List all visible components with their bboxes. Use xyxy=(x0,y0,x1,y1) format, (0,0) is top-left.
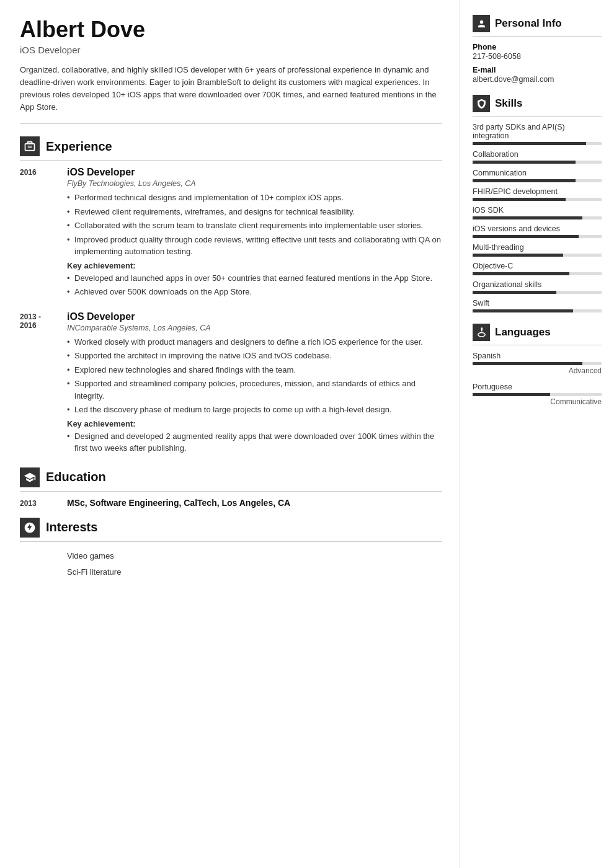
language-bar-bg xyxy=(473,362,602,365)
education-section: Education 2013MSc, Software Engineering,… xyxy=(20,467,442,508)
education-header: Education xyxy=(20,467,442,492)
language-level: Communicative xyxy=(473,397,602,406)
skill-bar-bg xyxy=(473,254,602,257)
exp-bullet: Reviewed client requirements, wireframes… xyxy=(67,206,442,218)
languages-items-container: SpanishAdvancedPortugueseCommunicative xyxy=(473,352,602,406)
exp-content: iOS DeveloperINComparable Systems, Los A… xyxy=(67,311,442,456)
key-achievement-label: Key achievement: xyxy=(67,419,442,428)
interests-header: Interests xyxy=(20,518,442,542)
exp-bullet: Performed technical designs and implemen… xyxy=(67,192,442,204)
exp-bullet: Supported the architect in improving the… xyxy=(67,350,442,362)
experience-item: 2016iOS DeveloperFlyBy Technologies, Los… xyxy=(20,167,442,300)
skill-bar-bg xyxy=(473,291,602,294)
exp-job-title: iOS Developer xyxy=(67,311,442,322)
experience-section: Experience 2016iOS DeveloperFlyBy Techno… xyxy=(20,136,442,456)
experience-header: Experience xyxy=(20,136,442,161)
interests-section-title: Interests xyxy=(46,520,97,534)
resume-page: Albert Dove iOS Developer Organized, col… xyxy=(0,0,614,868)
experience-item: 2013 - 2016iOS DeveloperINComparable Sys… xyxy=(20,311,442,456)
skills-items-container: 3rd party SDKs and API(S) integrationCol… xyxy=(473,123,602,312)
key-achievement-bullet: Designed and developed 2 augmented reali… xyxy=(67,430,442,454)
languages-icon xyxy=(473,324,490,341)
interests-section: Interests Video gamesSci-Fi literature xyxy=(20,518,442,580)
education-icon xyxy=(20,467,40,487)
personal-info-header: Personal Info xyxy=(473,15,602,37)
skill-name: iOS versions and devices xyxy=(473,224,602,233)
personal-info-title: Personal Info xyxy=(495,17,562,30)
skill-item: FHIR/EPIC development xyxy=(473,187,602,201)
skill-name: Objective-C xyxy=(473,262,602,270)
skill-item: Objective-C xyxy=(473,262,602,275)
language-level: Advanced xyxy=(473,366,602,375)
skill-name: iOS SDK xyxy=(473,206,602,215)
skill-bar-fill xyxy=(473,235,579,238)
skill-bar-bg xyxy=(473,235,602,238)
language-bar-fill xyxy=(473,393,550,396)
skill-bar-fill xyxy=(473,216,582,219)
exp-company: INComparable Systems, Los Angeles, CA xyxy=(67,324,442,332)
right-column: Personal Info Phone 217-508-6058 E-mail … xyxy=(460,0,614,868)
skill-name: Swift xyxy=(473,299,602,308)
skills-title: Skills xyxy=(495,97,522,110)
skill-item: Multi-threading xyxy=(473,243,602,257)
exp-bullet: Supported and streamlined company polici… xyxy=(67,378,442,402)
language-name: Portuguese xyxy=(473,383,602,391)
skill-bar-fill xyxy=(473,309,573,312)
languages-title: Languages xyxy=(495,326,551,339)
edu-year: 2013 xyxy=(20,498,57,508)
key-achievement-bullet: Achieved over 500K downloads on the App … xyxy=(67,286,442,298)
exp-bullet: Explored new technologies and shared fin… xyxy=(67,364,442,376)
languages-header: Languages xyxy=(473,324,602,345)
exp-bullet: Improved product quality through code re… xyxy=(67,234,442,258)
email-label: E-mail xyxy=(473,66,602,74)
skill-bar-fill xyxy=(473,254,563,257)
key-achievement-bullet: Developed and launched apps in over 50+ … xyxy=(67,272,442,285)
skill-item: iOS versions and devices xyxy=(473,224,602,238)
exp-company: FlyBy Technologies, Los Angeles, CA xyxy=(67,179,442,188)
interests-icon xyxy=(20,518,40,538)
phone-value: 217-508-6058 xyxy=(473,52,602,61)
skill-bar-bg xyxy=(473,142,602,145)
key-achievement-label: Key achievement: xyxy=(67,261,442,270)
education-item: 2013MSc, Software Engineering, CalTech, … xyxy=(20,498,442,508)
interest-item: Sci-Fi literature xyxy=(67,564,121,580)
experience-icon xyxy=(20,136,40,156)
skill-item: 3rd party SDKs and API(S) integration xyxy=(473,123,602,145)
left-column: Albert Dove iOS Developer Organized, col… xyxy=(0,0,460,868)
skill-bar-fill xyxy=(473,291,556,294)
skill-name: Organizational skills xyxy=(473,280,602,289)
skill-bar-bg xyxy=(473,272,602,275)
skills-icon xyxy=(473,95,490,112)
language-bar-bg xyxy=(473,393,602,396)
skill-name: FHIR/EPIC development xyxy=(473,187,602,196)
language-item: PortugueseCommunicative xyxy=(473,383,602,406)
skills-section: Skills 3rd party SDKs and API(S) integra… xyxy=(473,95,602,312)
skill-bar-bg xyxy=(473,309,602,312)
language-item: SpanishAdvanced xyxy=(473,352,602,375)
interests-items-container: Video gamesSci-Fi literature xyxy=(20,548,442,580)
interest-item: Video games xyxy=(67,548,121,564)
svg-rect-0 xyxy=(28,146,32,146)
skill-item: Communication xyxy=(473,169,602,182)
skills-header: Skills xyxy=(473,95,602,117)
skill-bar-fill xyxy=(473,142,586,145)
skill-item: Swift xyxy=(473,299,602,312)
edu-degree: MSc, Software Engineering, CalTech, Los … xyxy=(67,498,290,508)
language-bar-fill xyxy=(473,362,582,365)
exp-year: 2013 - 2016 xyxy=(20,311,57,456)
skill-bar-bg xyxy=(473,216,602,219)
skill-bar-bg xyxy=(473,198,602,201)
skill-item: Collaboration xyxy=(473,150,602,164)
education-section-title: Education xyxy=(46,470,106,484)
language-name: Spanish xyxy=(473,352,602,360)
exp-job-title: iOS Developer xyxy=(67,167,442,178)
candidate-name: Albert Dove xyxy=(20,17,442,42)
personal-info-icon xyxy=(473,15,490,32)
exp-bullet: Collaborated with the scrum team to tran… xyxy=(67,219,442,232)
interests-list: Video gamesSci-Fi literature xyxy=(67,548,121,580)
skill-bar-bg xyxy=(473,179,602,182)
exp-bullet: Worked closely with product managers and… xyxy=(67,336,442,348)
skill-bar-fill xyxy=(473,272,569,275)
skill-item: Organizational skills xyxy=(473,280,602,294)
skill-item: iOS SDK xyxy=(473,206,602,219)
